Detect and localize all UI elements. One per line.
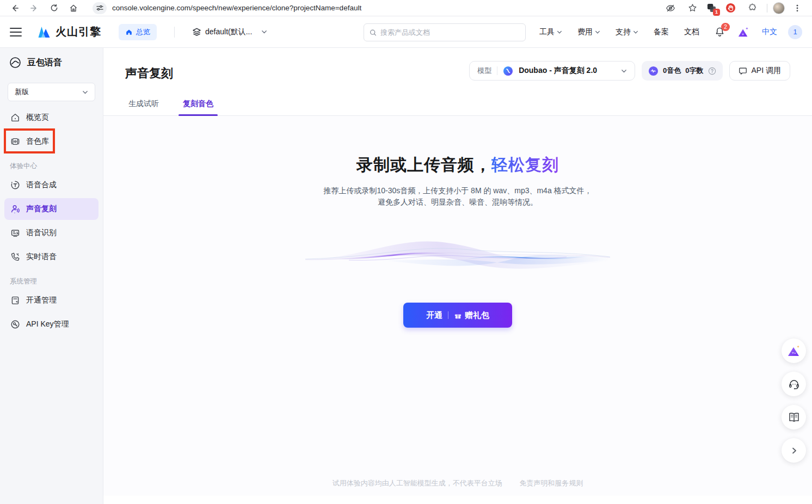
back-icon[interactable] bbox=[8, 2, 21, 15]
nav-menu-billing[interactable]: 费用 bbox=[570, 27, 608, 37]
api-key-icon bbox=[10, 319, 21, 330]
char-count: 0字数 bbox=[685, 66, 703, 76]
extension-badge: 1 bbox=[713, 9, 720, 16]
navbar-divider bbox=[174, 27, 175, 38]
sidebar: 豆包语音 新版 概览页 音色库 体验中心 bbox=[0, 48, 103, 504]
sidebar-item-voice-clone[interactable]: 声音复刻 bbox=[4, 198, 99, 220]
browser-menu-icon[interactable] bbox=[791, 2, 804, 15]
ai-helper-fab[interactable] bbox=[782, 339, 806, 363]
sidebar-item-api-key[interactable]: API Key管理 bbox=[4, 314, 99, 335]
search-input[interactable] bbox=[380, 28, 520, 36]
gift-icon bbox=[454, 311, 462, 319]
ai-assistant-button[interactable] bbox=[737, 26, 750, 38]
sidebar-item-label: 开通管理 bbox=[26, 296, 57, 305]
api-call-icon bbox=[739, 66, 747, 75]
hero-title-black: 录制或上传音频， bbox=[356, 156, 491, 174]
hero-desc-line2: 避免多人对话、明显杂音、噪音、混响等情况。 bbox=[103, 196, 812, 208]
ai-mountain-icon bbox=[787, 345, 801, 358]
sidebar-item-realtime-voice[interactable]: 实时语音 bbox=[4, 246, 99, 268]
footer-links[interactable]: 免责声明和服务规则 bbox=[519, 479, 583, 487]
voice-clone-icon bbox=[10, 204, 21, 214]
open-book-icon bbox=[788, 412, 800, 423]
notifications-button[interactable]: 2 bbox=[715, 27, 725, 37]
product-search[interactable] bbox=[364, 23, 526, 41]
eye-off-icon[interactable] bbox=[664, 2, 677, 15]
activate-button[interactable]: 开通 赠礼包 bbox=[403, 303, 512, 328]
overview-home-icon bbox=[125, 28, 133, 36]
account-avatar[interactable]: 1 bbox=[788, 25, 802, 39]
tab-clone-voice[interactable]: 复刻音色 bbox=[182, 95, 214, 115]
extensions-puzzle-icon[interactable] bbox=[746, 2, 759, 15]
overview-page-icon bbox=[10, 112, 21, 123]
url-bar[interactable]: console.volcengine.com/speech/new/experi… bbox=[112, 4, 660, 12]
api-call-button[interactable]: API 调用 bbox=[729, 61, 790, 81]
hamburger-menu-icon[interactable] bbox=[10, 26, 22, 38]
pill-divider bbox=[497, 66, 497, 75]
menu-label: 备案 bbox=[654, 27, 669, 37]
notification-badge: 2 bbox=[721, 23, 730, 31]
floating-toolbar bbox=[782, 339, 806, 463]
footer-disclaimer: 试用体验内容均由人工智能模型生成，不代表平台立场 bbox=[333, 479, 502, 487]
search-icon bbox=[370, 29, 377, 36]
sidebar-item-tts[interactable]: 语音合成 bbox=[4, 174, 99, 196]
docs-fab[interactable] bbox=[782, 405, 806, 429]
hero-title-gradient: 轻松复刻 bbox=[491, 156, 559, 174]
version-value: 新版 bbox=[15, 87, 29, 97]
sidebar-item-voice-library[interactable]: 音色库 bbox=[4, 131, 99, 152]
bookmark-star-icon[interactable] bbox=[686, 2, 699, 15]
nav-menu-icp[interactable]: 备案 bbox=[646, 27, 676, 37]
quota-stats: 0音色 0字数 bbox=[642, 61, 722, 81]
menu-label: 费用 bbox=[577, 27, 593, 37]
model-value: Doubao - 声音复刻 2.0 bbox=[519, 66, 597, 76]
sidebar-section-system: 系统管理 bbox=[4, 270, 99, 290]
main-panel: 声音复刻 模型 Doubao - 声音复刻 2.0 0音色 0字数 bbox=[103, 48, 812, 504]
volcengine-logo[interactable]: 火山引擎 bbox=[37, 24, 101, 39]
password-extension-icon[interactable]: 1 bbox=[705, 2, 718, 15]
adblock-icon[interactable] bbox=[724, 2, 737, 15]
version-select[interactable]: 新版 bbox=[8, 83, 95, 101]
chevron-right-icon bbox=[790, 447, 798, 454]
sidebar-item-overview[interactable]: 概览页 bbox=[4, 107, 99, 128]
chevron-down-icon bbox=[595, 29, 600, 35]
home-icon[interactable] bbox=[67, 2, 80, 15]
model-selector[interactable]: 模型 Doubao - 声音复刻 2.0 bbox=[469, 61, 635, 81]
headset-icon bbox=[788, 378, 800, 390]
sidebar-item-label: API Key管理 bbox=[26, 319, 69, 329]
product-header: 豆包语音 bbox=[0, 48, 103, 77]
asr-icon bbox=[10, 228, 21, 238]
site-info-icon[interactable] bbox=[93, 2, 107, 14]
sidebar-section-experience: 体验中心 bbox=[4, 155, 99, 174]
chevron-down-icon bbox=[261, 29, 267, 35]
hero-title: 录制或上传音频，轻松复刻 bbox=[103, 116, 812, 176]
support-fab[interactable] bbox=[782, 372, 806, 396]
language-switcher[interactable]: 中文 bbox=[756, 27, 783, 37]
voice-quota-icon bbox=[648, 66, 659, 76]
nav-menu-support[interactable]: 支持 bbox=[608, 27, 646, 37]
tab-generate-preview[interactable]: 生成试听 bbox=[127, 95, 160, 115]
model-label: 模型 bbox=[477, 66, 491, 76]
volcengine-logo-icon bbox=[37, 26, 51, 39]
chevron-down-icon bbox=[82, 89, 88, 95]
phone-icon bbox=[10, 251, 21, 262]
nav-menu-tools[interactable]: 工具 bbox=[532, 27, 570, 37]
collapse-fab[interactable] bbox=[782, 438, 806, 463]
project-value: default(默认... bbox=[205, 27, 252, 37]
overview-button[interactable]: 总览 bbox=[119, 24, 157, 40]
question-circle-icon[interactable] bbox=[708, 67, 716, 75]
sidebar-item-label: 语音识别 bbox=[26, 228, 57, 238]
ai-mountain-icon bbox=[737, 26, 750, 38]
sidebar-item-activation[interactable]: 开通管理 bbox=[4, 290, 99, 311]
hero-description: 推荐上传或录制10-30s音频，上传支持小于 8M 的 wav、mp3、m4a … bbox=[103, 185, 812, 208]
hero-section: 录制或上传音频，轻松复刻 推荐上传或录制10-30s音频，上传支持小于 8M 的… bbox=[103, 116, 812, 496]
refresh-icon[interactable] bbox=[47, 2, 60, 15]
gift-label: 赠礼包 bbox=[465, 310, 489, 321]
activation-doc-icon bbox=[10, 295, 21, 306]
project-selector[interactable]: default(默认... bbox=[192, 27, 267, 37]
tts-icon bbox=[10, 180, 21, 190]
waveform-graphic bbox=[103, 229, 812, 278]
forward-icon[interactable] bbox=[28, 2, 41, 15]
sidebar-item-asr[interactable]: 语音识别 bbox=[4, 222, 99, 244]
nav-menu-docs[interactable]: 文档 bbox=[676, 27, 707, 37]
browser-profile-avatar[interactable] bbox=[773, 2, 785, 14]
sidebar-item-label: 实时语音 bbox=[26, 252, 57, 262]
